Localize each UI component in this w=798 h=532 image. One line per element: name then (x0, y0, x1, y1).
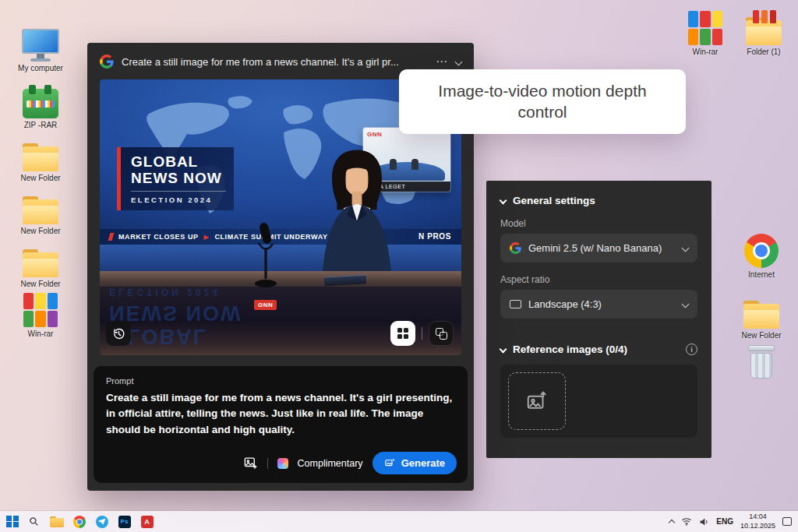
aspect-ratio-label: Aspect ratio (500, 274, 697, 285)
add-reference-image-button[interactable] (243, 456, 258, 470)
upload-image-icon (525, 389, 549, 413)
divider (267, 458, 268, 469)
divider (422, 327, 422, 340)
computer-icon (22, 29, 59, 62)
desktop-icon-internet[interactable]: Internet (731, 232, 792, 279)
system-tray: ENG 14:04 10.12.2025 (669, 513, 792, 530)
volume-icon[interactable] (699, 517, 709, 527)
generate-button[interactable]: Generate (373, 452, 457, 474)
desktop-icon-recycle-bin[interactable] (731, 343, 792, 381)
desktop-icon-label: New Folder (10, 280, 71, 288)
chevron-down-icon (682, 245, 690, 252)
taskbar-date: 10.12.2025 (740, 522, 775, 530)
layers-icon (436, 328, 447, 340)
google-g-icon (510, 242, 521, 254)
desktop-icon-label: Win-rar (10, 329, 71, 338)
telegram-icon (96, 516, 108, 528)
chevron-down-icon (500, 346, 507, 354)
search-icon (29, 516, 39, 527)
ticker-item: MARKET CLOSES UP (118, 233, 199, 241)
desktop-icon-my-computer[interactable]: My computer (10, 26, 71, 72)
desktop-icon-new-folder-1[interactable]: New Folder (10, 136, 71, 182)
taskbar-left: Ps A (6, 515, 154, 529)
taskbar-telegram[interactable] (95, 515, 109, 529)
more-options-icon[interactable]: ⋯ (436, 55, 448, 69)
section-title: Reference images (0/4) (513, 344, 627, 355)
action-center-icon[interactable] (782, 517, 792, 526)
desktop-icon-winrar-left[interactable]: Win-rar (10, 291, 71, 338)
model-value: Gemini 2.5 (w/ Nano Banana) (528, 242, 676, 254)
section-title: General settings (513, 195, 595, 206)
reference-images-box (500, 365, 697, 438)
history-icon (112, 327, 125, 340)
folder-icon (50, 516, 64, 527)
search-button[interactable] (27, 515, 41, 529)
folder-icon (743, 301, 779, 329)
desktop-icon-new-folder-2[interactable]: New Folder (10, 188, 71, 235)
hidden-icons-chevron[interactable] (669, 520, 675, 526)
wifi-icon[interactable] (681, 517, 692, 526)
winrar-icon (688, 11, 722, 45)
desktop-icon-new-folder-right[interactable]: New Folder (731, 293, 792, 340)
prompt-actions-row: Complimentary Generate (106, 452, 457, 474)
collapse-chevron-icon[interactable] (455, 58, 463, 65)
folder-with-books-icon (746, 17, 782, 45)
microphone (249, 221, 284, 293)
taskbar-time: 14:04 (740, 513, 775, 521)
chrome-icon (73, 516, 86, 528)
prompt-text[interactable]: Create a still image for me from a news … (106, 390, 455, 438)
desk-reflection-text: GLOBAL NEWS NOW ELECTION 2024 (109, 287, 320, 347)
grid-icon (397, 328, 409, 340)
ticker-right-text: N PROS (418, 229, 451, 245)
taskbar-photoshop[interactable]: Ps (118, 515, 132, 529)
start-button[interactable] (6, 516, 19, 528)
credits-icon (277, 458, 288, 469)
add-reference-image-slot[interactable] (508, 372, 566, 430)
archive-icon (23, 89, 58, 118)
prompt-preview-text: Create a still image for me from a news … (122, 56, 428, 68)
desktop-icon-label: Folder (1) (733, 48, 794, 56)
winrar-icon (23, 293, 58, 327)
generate-sparkle-icon (384, 457, 396, 469)
desktop-icon-winrar-right[interactable]: Win-rar (675, 9, 736, 56)
desktop-icon-label: New Folder (731, 331, 792, 340)
headline-line3: ELECTION 2024 (131, 196, 226, 204)
credits-button[interactable] (277, 458, 288, 469)
info-icon[interactable]: i (686, 344, 697, 355)
desktop-icon-label: New Folder (10, 227, 71, 235)
taskbar-chrome[interactable] (72, 515, 87, 529)
taskbar-adobe-app[interactable]: A (140, 515, 154, 529)
prompt-panel: Prompt Create a still image for me from … (94, 366, 468, 483)
feature-tooltip: Image-to-video motion depth control (399, 69, 686, 134)
model-dropdown[interactable]: Gemini 2.5 (w/ Nano Banana) (500, 234, 697, 262)
folder-icon (23, 249, 58, 277)
desktop-icon-label: Win-rar (675, 48, 736, 56)
headline-line2: NEWS NOW (131, 171, 226, 187)
aspect-ratio-value: Landscape (4:3) (528, 298, 676, 310)
folder-icon (23, 196, 58, 224)
taskbar-file-explorer[interactable] (50, 515, 64, 529)
desk-gnn-logo: GNN (254, 300, 277, 310)
general-settings-header[interactable]: General settings (500, 195, 697, 206)
landscape-icon (510, 300, 521, 308)
desktop-icon-label: ZIP -RAR (10, 121, 71, 129)
generate-label: Generate (401, 457, 445, 469)
desktop-icon-new-folder-3[interactable]: New Folder (10, 241, 71, 288)
grid-view-button[interactable] (390, 321, 415, 346)
chevron-down-icon (682, 301, 690, 308)
reference-images-header[interactable]: Reference images (0/4) i (500, 344, 697, 355)
versions-button[interactable] (429, 321, 454, 346)
desktop-icon-label: Internet (731, 270, 792, 279)
desktop-icon-zip-rar[interactable]: ZIP -RAR (10, 83, 71, 129)
aspect-ratio-dropdown[interactable]: Landscape (4:3) (500, 290, 697, 319)
photoshop-icon: Ps (118, 516, 131, 528)
recycle-bin-icon (748, 345, 775, 379)
desktop-icon-label: My computer (10, 64, 71, 72)
desktop-icon-label: New Folder (10, 174, 71, 182)
folder-icon (23, 143, 58, 171)
image-view-controls (390, 321, 454, 346)
desktop-icon-folder-1[interactable]: Folder (1) (733, 9, 794, 56)
taskbar-clock[interactable]: 14:04 10.12.2025 (740, 513, 775, 530)
history-button[interactable] (106, 321, 131, 346)
language-indicator[interactable]: ENG (716, 517, 733, 526)
